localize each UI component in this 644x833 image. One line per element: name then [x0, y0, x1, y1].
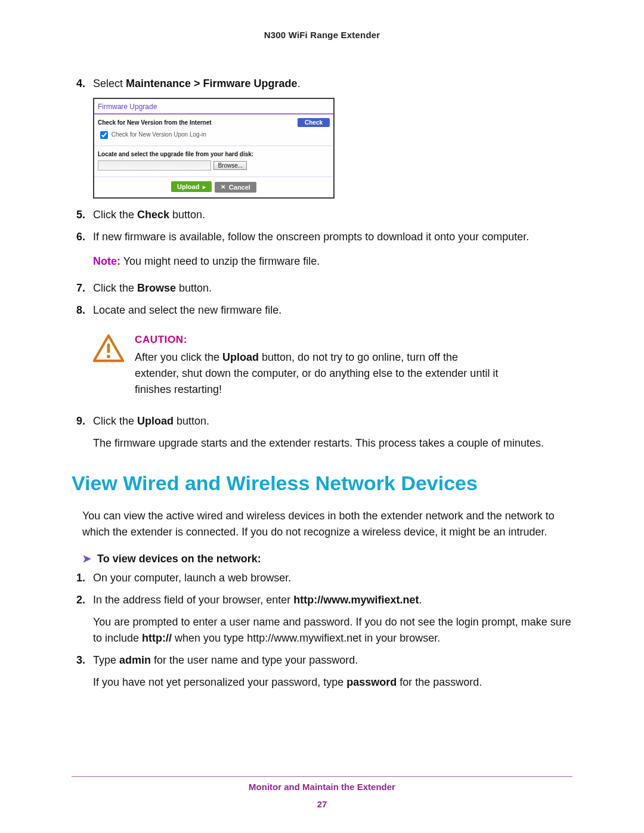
step-number: 1. [76, 570, 93, 586]
step-8: 8.Locate and select the new firmware fil… [93, 302, 572, 318]
note: Note: You might need to unzip the firmwa… [93, 253, 572, 270]
step-9-subtext: The firmware upgrade starts and the exte… [93, 435, 572, 451]
fw-title: Firmware Upgrade [94, 99, 333, 114]
note-text: You might need to unzip the firmware fil… [120, 255, 320, 267]
step-text: Click the Upload button. [93, 415, 209, 427]
fw-check-row: Check for New Version from the Internet … [94, 114, 333, 128]
proc-step-3: 3.Type admin for the user name and type … [93, 652, 572, 668]
step-text: In the address field of your browser, en… [93, 594, 422, 606]
procedure-title: To view devices on the network: [97, 553, 261, 565]
upload-button[interactable]: Upload [171, 181, 212, 192]
step-text: Type admin for the user name and type yo… [93, 654, 358, 666]
proc-step-1: 1.On your computer, launch a web browser… [93, 570, 572, 586]
step-number: 5. [76, 207, 93, 223]
footer-page-number: 27 [0, 799, 644, 809]
step-5: 5.Click the Check button. [93, 207, 572, 223]
login-check-label: Check for New Version Upon Log-in [110, 131, 206, 138]
cancel-button[interactable]: Cancel [215, 182, 256, 193]
step-number: 7. [76, 280, 93, 296]
step-number: 3. [76, 652, 93, 668]
step-text: Click the Check button. [93, 209, 205, 221]
procedure-arrow-icon: ➤ [82, 553, 91, 565]
step-4: 4.Select Maintenance > Firmware Upgrade. [93, 76, 572, 92]
login-check-checkbox[interactable] [100, 131, 108, 139]
document-page: N300 WiFi Range Extender 4.Select Mainte… [0, 0, 644, 833]
file-path-input[interactable] [98, 160, 211, 171]
fw-locate-label: Locate and select the upgrade file from … [94, 146, 333, 159]
step-7: 7.Click the Browse button. [93, 280, 572, 296]
step-text: If new firmware is available, follow the… [93, 231, 529, 243]
step-number: 8. [76, 302, 93, 318]
footer-title: Monitor and Maintain the Extender [0, 782, 644, 792]
procedure-header: ➤To view devices on the network: [82, 552, 572, 565]
footer-rule [72, 776, 572, 777]
section-heading: View Wired and Wireless Network Devices [72, 472, 572, 495]
page-footer: Monitor and Maintain the Extender 27 [0, 776, 644, 809]
svg-rect-1 [107, 343, 110, 353]
section-intro: You can view the active wired and wirele… [82, 508, 572, 540]
step-text: Locate and select the new firmware file. [93, 304, 281, 316]
fw-check-label: Check for New Version from the Internet [98, 119, 212, 126]
caution-body: After you click the Upload button, do no… [135, 349, 504, 398]
step-number: 6. [76, 229, 93, 245]
step-text: On your computer, launch a web browser. [93, 572, 291, 584]
caution-content: CAUTION: After you click the Upload butt… [135, 334, 504, 398]
document-header: N300 WiFi Range Extender [72, 30, 572, 40]
fw-action-row: Upload Cancel [94, 177, 333, 197]
note-label: Note: [93, 255, 120, 267]
step-text: Click the Browse button. [93, 282, 212, 294]
proc-step-2-subtext: You are prompted to enter a user name an… [93, 614, 572, 646]
svg-point-2 [107, 355, 110, 358]
proc-step-2: 2.In the address field of your browser, … [93, 592, 572, 608]
step-9: 9.Click the Upload button. [93, 413, 572, 429]
step-number: 4. [76, 76, 93, 92]
caution-block: CAUTION: After you click the Upload butt… [93, 334, 572, 398]
step-6: 6.If new firmware is available, follow t… [93, 229, 572, 245]
firmware-upgrade-screenshot: Firmware Upgrade Check for New Version f… [93, 98, 335, 199]
step-number: 2. [76, 592, 93, 608]
caution-triangle-icon [93, 334, 124, 363]
fw-file-row: Browse... [94, 159, 333, 177]
caution-title: CAUTION: [135, 334, 504, 346]
proc-step-3-subtext: If you have not yet personalized your pa… [93, 674, 572, 690]
check-button[interactable]: Check [298, 118, 330, 127]
step-number: 9. [76, 413, 93, 429]
step-text: Select Maintenance > Firmware Upgrade. [93, 78, 301, 89]
fw-login-check-row: Check for New Version Upon Log-in [94, 128, 333, 146]
browse-button[interactable]: Browse... [213, 161, 247, 170]
